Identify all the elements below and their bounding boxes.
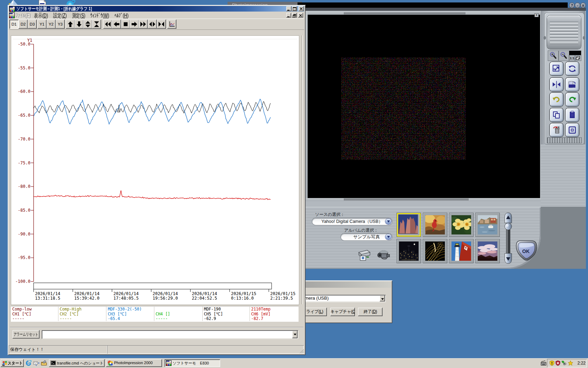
resize-grip[interactable] xyxy=(300,349,304,354)
toolbar-y3-button[interactable]: Y3 xyxy=(56,20,65,29)
copy-button[interactable] xyxy=(550,108,563,122)
paste-button[interactable] xyxy=(566,108,579,122)
task-transfile[interactable]: transfile.cmd へのショート... xyxy=(49,359,105,367)
help-button[interactable]: ? xyxy=(569,2,575,8)
thumbnail-sunset-clouds[interactable] xyxy=(476,239,499,263)
softthermo-titlebar[interactable]: ソフトサーモ計測－計測1 - [折れ線グラフ 1] xyxy=(9,6,304,12)
alarm-reset-label: アラームリセット xyxy=(13,330,38,339)
svg-text:17:48:05.5: 17:48:05.5 xyxy=(113,296,139,301)
alarm-reset-button[interactable]: アラームリセット xyxy=(13,330,40,339)
desktop-icon-internet-explorer[interactable] xyxy=(66,0,76,5)
thumbnail-cardinal-bird[interactable] xyxy=(423,213,447,237)
mdi-restore-button[interactable] xyxy=(292,13,297,18)
chevron-down-icon[interactable] xyxy=(380,295,385,301)
stop-icon[interactable] xyxy=(121,20,130,29)
chevron-down-icon[interactable] xyxy=(292,331,298,338)
close-button[interactable]: x xyxy=(580,2,586,8)
delete-button[interactable] xyxy=(550,123,563,137)
rewind-icon[interactable] xyxy=(103,20,112,29)
start-button[interactable]: スタート xyxy=(1,359,24,367)
task-photoimpression[interactable]: PhotoImpression 2000 xyxy=(106,359,162,367)
live-button[interactable]: ライブ(L) xyxy=(302,308,327,316)
video-camera-source-button[interactable] xyxy=(376,247,391,263)
quicklaunch-show-desktop-icon[interactable] xyxy=(41,360,47,366)
menu-settings[interactable]: 設定(Z) xyxy=(53,13,67,18)
minimize-button[interactable] xyxy=(286,6,292,11)
shutter-ridges xyxy=(550,22,578,44)
cmd-icon xyxy=(50,360,56,366)
desktop-icon-document[interactable] xyxy=(37,0,47,5)
thumbnail-light-web[interactable] xyxy=(423,239,447,263)
window-title: ソフトサーモ計測－計測1 - [折れ線グラフ 1] xyxy=(16,6,92,12)
flip-horizontal-button[interactable] xyxy=(550,78,563,91)
preview-close-icon[interactable]: × xyxy=(534,13,539,17)
scroll-up-icon[interactable] xyxy=(66,20,75,29)
svg-text:2026/01/14: 2026/01/14 xyxy=(113,291,139,296)
scroll-down-icon[interactable] xyxy=(75,20,84,29)
toolbar-y2-button[interactable]: Y2 xyxy=(47,20,56,29)
redo-button[interactable] xyxy=(566,93,579,106)
zoom-in-button[interactable] xyxy=(548,51,559,61)
quicklaunch-internet-explorer-icon[interactable] xyxy=(26,360,31,366)
exit-button[interactable]: 終了(D) xyxy=(358,308,383,316)
toolbar-d2-button[interactable]: D2 xyxy=(19,20,28,29)
menu-file[interactable]: ﾌｧｲﾙ(F) xyxy=(16,13,31,18)
collapse-vertical-icon[interactable] xyxy=(92,20,101,29)
maximize-button[interactable] xyxy=(292,6,297,11)
close-button[interactable] xyxy=(299,6,304,11)
chevron-down-icon[interactable] xyxy=(385,219,391,224)
album-select-dropdown[interactable]: サンプル写真 xyxy=(341,233,392,240)
expand-horizontal-icon[interactable] xyxy=(148,20,157,29)
usb-unplug-icon[interactable] xyxy=(561,360,567,366)
zoom-out-button[interactable] xyxy=(559,51,569,61)
desktop-icon-mountain[interactable] xyxy=(8,0,18,5)
thumbnail-lighthouse-barn[interactable] xyxy=(449,239,473,263)
expand-vertical-icon[interactable] xyxy=(83,20,92,29)
source-select-dropdown[interactable]: Yahoo! Digital Camera（USB） xyxy=(312,218,392,225)
thumbnail-yellow-flowers[interactable] xyxy=(449,213,473,237)
mdi-document-icon[interactable] xyxy=(9,13,15,18)
keyboard-icon[interactable] xyxy=(541,360,546,366)
thumbnail-harbor-town[interactable] xyxy=(476,213,499,237)
star-icon[interactable] xyxy=(568,360,573,366)
ok-button[interactable]: OK xyxy=(515,240,538,261)
chevron-down-icon[interactable] xyxy=(385,234,391,240)
capture-button[interactable]: キャプチャ(C) xyxy=(330,308,355,316)
minimize-button[interactable]: - xyxy=(575,2,580,8)
mdi-minimize-button[interactable] xyxy=(286,13,291,18)
collapse-horizontal-icon[interactable] xyxy=(157,20,166,29)
fast-forward-icon[interactable] xyxy=(139,20,148,29)
zoom-1to1-button[interactable]: 1:1 xyxy=(569,55,575,61)
undo-button[interactable] xyxy=(550,93,563,106)
scanner-source-button[interactable] xyxy=(357,247,372,263)
thumbnail-red-rock-canyon[interactable] xyxy=(397,213,421,237)
close-image-button[interactable] xyxy=(566,123,579,137)
task-softthermo[interactable]: ソフトサーモ E830 xyxy=(164,359,220,367)
alarm-combobox[interactable] xyxy=(42,330,298,339)
softthermo-icon xyxy=(166,360,172,366)
graph-settings-icon[interactable] xyxy=(167,20,176,29)
rotate-button[interactable] xyxy=(566,62,579,75)
resize-button[interactable] xyxy=(550,62,563,75)
toolbar-y1-button[interactable]: Y1 xyxy=(37,20,47,29)
toolbar-d3-button[interactable]: D3 xyxy=(28,20,37,29)
menu-window[interactable]: ｳｨﾝﾄﾞｳ(W) xyxy=(90,13,109,18)
zoom-controls: 1:1 xyxy=(548,51,581,61)
menu-view[interactable]: 表示(D) xyxy=(34,13,48,18)
step-left-icon[interactable] xyxy=(112,20,121,29)
windows-logo-icon xyxy=(2,360,8,366)
menu-help[interactable]: ﾍﾙﾌﾟ(H) xyxy=(114,13,128,18)
shield-error-icon[interactable] xyxy=(555,360,561,366)
menu-measure[interactable]: 測定(S) xyxy=(72,13,85,18)
thumbnail-night-skyline[interactable] xyxy=(397,239,421,263)
mdi-close-button[interactable] xyxy=(298,13,303,18)
shield-warning-icon[interactable] xyxy=(549,360,555,366)
svg-text:-50.0: -50.0 xyxy=(18,42,30,47)
quicklaunch-outlook-express-icon[interactable] xyxy=(33,360,39,366)
step-right-icon[interactable] xyxy=(130,20,139,29)
thumbnail-scrollbar[interactable] xyxy=(504,212,512,264)
ruler-tick-marks xyxy=(344,198,468,200)
toolbar-d1-button[interactable]: D1 xyxy=(9,20,19,29)
fit-window-button[interactable] xyxy=(575,55,581,61)
crop-rotate-button[interactable] xyxy=(566,78,579,91)
